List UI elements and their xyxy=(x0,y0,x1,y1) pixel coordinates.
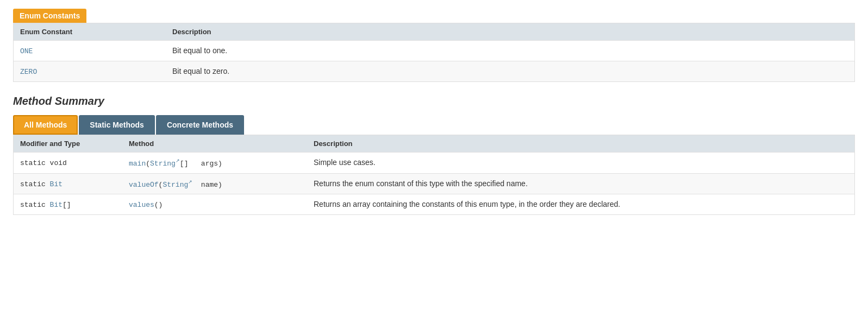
method-params-2: name) xyxy=(192,180,222,188)
method-modifier: static Bit[] xyxy=(20,200,129,209)
method-modifier: static Bit xyxy=(20,179,129,188)
enum-table-header: Enum Constant Description xyxy=(14,23,854,40)
string-link-1[interactable]: String xyxy=(150,160,176,168)
enum-constants-section: Enum Constants Enum Constant Description… xyxy=(13,9,855,82)
table-row: ZERO Bit equal to zero. xyxy=(14,61,854,81)
enum-constants-header: Enum Constants xyxy=(13,9,86,23)
method-summary-title: Method Summary xyxy=(13,95,855,107)
one-link[interactable]: ONE xyxy=(20,47,33,55)
zero-link[interactable]: ZERO xyxy=(20,68,37,76)
method-table-header: Modifier and Type Method Description xyxy=(14,135,854,152)
modifier-text: static Bit xyxy=(20,180,63,188)
method-paren: ( xyxy=(146,160,150,168)
valueof-method-link[interactable]: valueOf xyxy=(129,180,159,188)
method-modifier: static void xyxy=(20,158,129,167)
modifier-text: static void xyxy=(20,159,67,167)
page-wrapper: Enum Constants Enum Constant Description… xyxy=(0,0,868,323)
values-method-link[interactable]: values xyxy=(129,201,154,209)
modifier-text: static Bit[] xyxy=(20,201,71,209)
method-signature: main(String↗[] args) xyxy=(129,158,314,168)
enum-col-name-header: Enum Constant xyxy=(20,28,172,36)
method-table: Modifier and Type Method Description sta… xyxy=(13,135,855,215)
method-signature: values() xyxy=(129,200,314,209)
method-summary-section: Method Summary All Methods Static Method… xyxy=(13,95,855,215)
string-link-2[interactable]: String xyxy=(163,180,188,188)
bit-arr-link-modifier[interactable]: Bit xyxy=(50,201,63,209)
tab-static-methods[interactable]: Static Methods xyxy=(79,115,155,135)
enum-col-desc-header: Description xyxy=(172,28,848,36)
tab-all-methods[interactable]: All Methods xyxy=(13,115,78,135)
method-desc: Returns an array containing the constant… xyxy=(314,200,848,208)
method-col-modifier-header: Modifier and Type xyxy=(20,140,129,148)
table-row: static Bit valueOf(String↗ name) Returns… xyxy=(14,173,854,194)
method-tabs: All Methods Static Methods Concrete Meth… xyxy=(13,115,855,135)
table-row: static Bit[] values() Returns an array c… xyxy=(14,194,854,214)
ext-icon-1: ↗ xyxy=(176,158,180,163)
method-desc: Simple use cases. xyxy=(314,158,848,167)
method-params-1: [] args) xyxy=(180,160,222,168)
enum-constant-name: ZERO xyxy=(20,67,172,76)
method-signature: valueOf(String↗ name) xyxy=(129,179,314,189)
main-method-link[interactable]: main xyxy=(129,160,146,168)
method-params-3: () xyxy=(154,201,163,209)
table-row: static void main(String↗[] args) Simple … xyxy=(14,152,854,173)
enum-constant-desc: Bit equal to zero. xyxy=(172,67,848,75)
table-row: ONE Bit equal to one. xyxy=(14,40,854,61)
method-desc: Returns the enum constant of this type w… xyxy=(314,179,848,188)
bit-link-modifier[interactable]: Bit xyxy=(50,180,63,188)
method-col-desc-header: Description xyxy=(314,140,848,148)
method-col-method-header: Method xyxy=(129,140,314,148)
enum-table: Enum Constant Description ONE Bit equal … xyxy=(13,23,855,82)
enum-constant-name: ONE xyxy=(20,46,172,55)
enum-constant-desc: Bit equal to one. xyxy=(172,46,848,55)
tab-concrete-methods[interactable]: Concrete Methods xyxy=(156,115,244,135)
